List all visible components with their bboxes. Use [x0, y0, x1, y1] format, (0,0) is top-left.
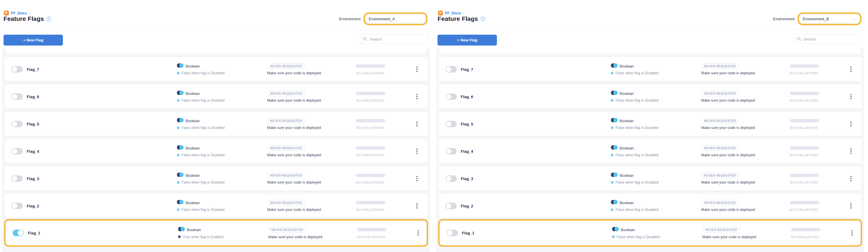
- row-menu-kebab-icon[interactable]: [415, 93, 419, 100]
- feature-flags-panel-a: ⚑ FF_Docs › Feature Flags i Environment …: [0, 0, 434, 252]
- breadcrumb-project-link[interactable]: FF_Docs: [11, 11, 27, 15]
- flag-list: Flag_7 Boolean False when flag is Disabl…: [2, 48, 430, 252]
- environment-select[interactable]: Environment_B ⌄: [800, 14, 860, 23]
- evaluations-text: NO EVALUATIONS: [356, 71, 384, 75]
- new-flag-button[interactable]: + New Flag: [437, 35, 497, 45]
- flag-state-dot-icon: [611, 154, 614, 156]
- flag-row[interactable]: Flag_4 Boolean False when flag is Disabl…: [438, 138, 862, 164]
- toggle-knob: [12, 66, 18, 72]
- partial-scrolled-row: [439, 48, 861, 54]
- deploy-hint-text: Make sure your code is deployed: [268, 235, 322, 239]
- flag-name-link[interactable]: Flag_1: [28, 231, 40, 235]
- flag-type-label: Boolean: [620, 64, 634, 68]
- flag-type-block: Boolean False when flag is Disabled: [177, 63, 224, 75]
- flag-row[interactable]: Flag_4 Boolean False when flag is Disabl…: [4, 138, 428, 164]
- flag-type-label: Boolean: [621, 228, 635, 232]
- environment-select[interactable]: Environment_A ⌄: [366, 14, 426, 23]
- flag-name-link[interactable]: Flag_3: [461, 176, 473, 181]
- flag-name-link[interactable]: Flag_5: [461, 122, 473, 126]
- row-menu-kebab-icon[interactable]: [415, 202, 419, 210]
- search-input[interactable]: [794, 34, 862, 44]
- flag-row[interactable]: Flag_6 Boolean False when flag is Disabl…: [4, 84, 428, 109]
- flag-row[interactable]: Flag_5 Boolean False when flag is Disabl…: [4, 111, 428, 136]
- row-menu-kebab-icon[interactable]: [849, 148, 853, 155]
- flag-name-link[interactable]: Flag_1: [462, 231, 474, 235]
- flag-toggle[interactable]: [11, 175, 23, 182]
- flag-toggle[interactable]: [11, 121, 23, 127]
- row-menu-kebab-icon[interactable]: [415, 175, 419, 182]
- flag-type-block: Boolean False when flag is Disabled: [177, 199, 224, 212]
- deploy-hint-text: Make sure your code is deployed: [701, 208, 755, 212]
- flag-toggle[interactable]: [11, 203, 23, 209]
- flag-name-link[interactable]: Flag_2: [461, 203, 473, 208]
- row-menu-kebab-icon[interactable]: [415, 148, 419, 155]
- flag-type-label: Boolean: [620, 173, 634, 178]
- flag-toggle[interactable]: [11, 93, 23, 100]
- row-menu-kebab-icon[interactable]: [416, 229, 420, 237]
- toggle-knob: [12, 94, 18, 100]
- flag-row[interactable]: Flag_1 Boolean True when flag is Enabled…: [4, 219, 428, 247]
- new-flag-button[interactable]: + New Flag: [3, 35, 63, 45]
- status-badge: NEVER-REQUESTED: [701, 63, 739, 69]
- flag-toggle[interactable]: [12, 230, 24, 236]
- flag-state-text: False when flag is Disabled: [182, 208, 224, 212]
- search-input[interactable]: [360, 34, 428, 44]
- row-menu-kebab-icon[interactable]: [849, 93, 853, 100]
- deploy-hint-text: Make sure your code is deployed: [267, 208, 321, 212]
- flag-row[interactable]: Flag_3 Boolean False when flag is Disabl…: [4, 166, 428, 191]
- flag-name-link[interactable]: Flag_7: [461, 67, 473, 71]
- flag-status-block: NEVER-REQUESTED Make sure your code is d…: [267, 90, 321, 103]
- info-icon[interactable]: i: [47, 17, 51, 21]
- flag-name-link[interactable]: Flag_6: [461, 94, 473, 99]
- flag-type-block: Boolean False when flag is Disabled: [177, 145, 224, 157]
- flag-toggle[interactable]: [11, 66, 23, 72]
- flag-status-block: NEVER-REQUESTED Make sure your code is d…: [701, 172, 755, 185]
- flag-status-block: NEVER-REQUESTED Make sure your code is d…: [267, 199, 321, 212]
- toggle-knob: [446, 121, 452, 127]
- flag-toggle[interactable]: [445, 93, 457, 100]
- flag-row[interactable]: Flag_7 Boolean False when flag is Disabl…: [4, 57, 428, 82]
- breadcrumb-project-link[interactable]: FF_Docs: [445, 11, 461, 15]
- flag-name-link[interactable]: Flag_7: [27, 67, 39, 71]
- flag-toggle[interactable]: [445, 66, 457, 72]
- flag-state-dot-icon: [177, 181, 180, 184]
- row-menu-kebab-icon[interactable]: [849, 120, 853, 128]
- flag-toggle[interactable]: [445, 121, 457, 127]
- row-menu-kebab-icon[interactable]: [415, 120, 419, 128]
- flag-name-link[interactable]: Flag_2: [27, 203, 39, 208]
- flag-row[interactable]: Flag_7 Boolean False when flag is Disabl…: [438, 57, 862, 82]
- flag-name-link[interactable]: Flag_4: [461, 149, 473, 153]
- row-menu-kebab-icon[interactable]: [849, 65, 853, 73]
- flag-toggle[interactable]: [11, 148, 23, 155]
- row-menu-kebab-icon[interactable]: [415, 65, 419, 73]
- flag-name-link[interactable]: Flag_4: [27, 149, 39, 153]
- flag-toggle[interactable]: [445, 203, 457, 209]
- flag-row[interactable]: Flag_2 Boolean False when flag is Disabl…: [438, 193, 862, 218]
- deploy-hint-text: Make sure your code is deployed: [267, 153, 321, 157]
- status-badge: NEVER-REQUESTED: [701, 145, 739, 151]
- toggle-knob: [12, 176, 18, 182]
- deploy-hint-text: Make sure your code is deployed: [701, 98, 755, 102]
- row-menu-kebab-icon[interactable]: [849, 175, 853, 182]
- row-menu-kebab-icon[interactable]: [850, 229, 854, 237]
- evaluations-bar: [356, 92, 385, 95]
- flag-row[interactable]: Flag_1 Boolean False when flag is Disabl…: [438, 219, 862, 247]
- flag-row[interactable]: Flag_3 Boolean False when flag is Disabl…: [438, 166, 862, 191]
- flag-name-link[interactable]: Flag_6: [27, 94, 39, 99]
- flag-name-link[interactable]: Flag_5: [27, 122, 39, 126]
- flag-name-link[interactable]: Flag_3: [27, 176, 39, 181]
- row-menu-kebab-icon[interactable]: [849, 202, 853, 210]
- flag-toggle[interactable]: [445, 175, 457, 182]
- flag-type-label: Boolean: [620, 200, 634, 205]
- toggle-knob: [12, 203, 18, 209]
- evaluations-text: NO EVALUATIONS: [357, 235, 385, 239]
- flag-row[interactable]: Flag_2 Boolean False when flag is Disabl…: [4, 193, 428, 218]
- status-badge: NEVER-REQUESTED: [701, 200, 739, 205]
- flag-row[interactable]: Flag_5 Boolean False when flag is Disabl…: [438, 111, 862, 136]
- info-icon[interactable]: i: [481, 17, 485, 21]
- flag-toggle[interactable]: [446, 230, 458, 236]
- flag-row[interactable]: Flag_6 Boolean False when flag is Disabl…: [438, 84, 862, 109]
- flag-state-text: False when flag is Disabled: [616, 153, 658, 157]
- flag-toggle[interactable]: [445, 148, 457, 155]
- flag-type-block: Boolean False when flag is Disabled: [612, 227, 660, 240]
